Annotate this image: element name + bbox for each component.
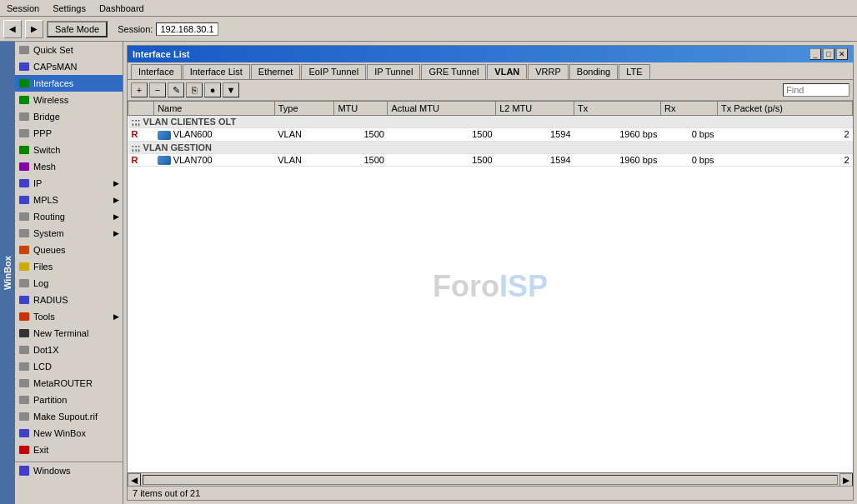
sidebar-item-queues[interactable]: Queues bbox=[15, 242, 123, 258]
tab-interface-list[interactable]: Interface List bbox=[183, 64, 250, 79]
sidebar-label-ppp: PPP bbox=[33, 128, 52, 138]
disable-button[interactable]: ● bbox=[204, 82, 221, 97]
sidebar-item-metarouter[interactable]: MetaROUTER bbox=[15, 375, 123, 392]
menu-bar: Session Settings Dashboard bbox=[0, 0, 857, 17]
col-header[interactable] bbox=[128, 102, 154, 116]
window-titlebar: Interface List _ □ ✕ bbox=[128, 46, 853, 62]
tab-bonding[interactable]: Bonding bbox=[569, 64, 618, 79]
sidebar-item-new-terminal[interactable]: New Terminal bbox=[15, 325, 123, 342]
tab-vrrp[interactable]: VRRP bbox=[528, 64, 569, 79]
vlan-icon bbox=[158, 156, 171, 165]
sidebar-item-ppp[interactable]: PPP bbox=[15, 125, 123, 142]
table-container: ForoISP NameTypeMTUActual MTUL2 MTUTxRxT… bbox=[128, 101, 853, 472]
sidebar-item-wireless[interactable]: Wireless bbox=[15, 92, 123, 108]
sidebar-item-quick-set[interactable]: Quick Set bbox=[15, 42, 123, 58]
back-button[interactable]: ◀ bbox=[3, 20, 22, 38]
tab-eoip-tunnel[interactable]: EoIP Tunnel bbox=[301, 64, 366, 79]
wireless-icon bbox=[18, 94, 30, 106]
tabs-bar: InterfaceInterface ListEthernetEoIP Tunn… bbox=[128, 62, 853, 80]
interface-list-window: Interface List _ □ ✕ InterfaceInterface … bbox=[127, 45, 854, 501]
scroll-right[interactable]: ► bbox=[839, 473, 853, 487]
sidebar-item-make-supout[interactable]: Make Supout.rif bbox=[15, 408, 123, 425]
tab-ethernet[interactable]: Ethernet bbox=[251, 64, 301, 79]
copy-button[interactable]: ⎘ bbox=[186, 82, 203, 97]
col-header[interactable]: Tx Packet (p/s) bbox=[718, 102, 853, 116]
sidebar-item-ip[interactable]: IP▶ bbox=[15, 175, 123, 192]
system-icon bbox=[18, 227, 30, 239]
sidebar-item-tools[interactable]: Tools▶ bbox=[15, 308, 123, 325]
capsMan-icon bbox=[18, 61, 30, 72]
col-header[interactable]: MTU bbox=[334, 102, 388, 116]
filter-button[interactable]: ▼ bbox=[223, 82, 239, 97]
status-text: 7 items out of 21 bbox=[133, 488, 200, 498]
hscroll-track[interactable] bbox=[143, 475, 838, 485]
col-header[interactable]: Name bbox=[154, 102, 275, 116]
window-minimize[interactable]: _ bbox=[809, 48, 821, 60]
col-header[interactable]: L2 MTU bbox=[496, 102, 574, 116]
sidebar-item-exit[interactable]: Exit bbox=[15, 442, 123, 458]
metarouter-icon bbox=[18, 377, 30, 389]
row-tx-packet: 2 bbox=[718, 128, 853, 142]
sidebar-item-routing[interactable]: Routing▶ bbox=[15, 208, 123, 225]
row-name: VLAN700 bbox=[154, 153, 275, 167]
tab-interface[interactable]: Interface bbox=[131, 64, 182, 79]
table-row[interactable]: RVLAN600VLAN1500150015941960 bps0 bps2 bbox=[128, 128, 853, 142]
row-tx-packet: 2 bbox=[718, 153, 853, 167]
sidebar-label-new-terminal: New Terminal bbox=[33, 328, 88, 338]
sidebar-label-interfaces: Interfaces bbox=[33, 78, 73, 88]
table-row[interactable]: RVLAN700VLAN1500150015941960 bps0 bps2 bbox=[128, 153, 853, 167]
sidebar-item-lcd[interactable]: LCD bbox=[15, 358, 123, 375]
menu-session[interactable]: Session bbox=[3, 2, 43, 14]
find-input[interactable] bbox=[783, 83, 849, 97]
sidebar-item-mpls[interactable]: MPLS▶ bbox=[15, 192, 123, 208]
sidebar-item-system[interactable]: System▶ bbox=[15, 225, 123, 242]
sidebar-item-interfaces[interactable]: Interfaces bbox=[15, 75, 123, 92]
switch-icon bbox=[18, 144, 30, 156]
tab-ip-tunnel[interactable]: IP Tunnel bbox=[367, 64, 420, 79]
content-area: Interface List _ □ ✕ InterfaceInterface … bbox=[123, 42, 857, 504]
tab-gre-tunnel[interactable]: GRE Tunnel bbox=[421, 64, 486, 79]
sidebar-item-bridge[interactable]: Bridge bbox=[15, 108, 123, 125]
sidebar-label-radius: RADIUS bbox=[33, 295, 68, 305]
sidebar-item-partition[interactable]: Partition bbox=[15, 392, 123, 408]
sidebar-item-windows[interactable]: Windows bbox=[15, 462, 123, 478]
col-header[interactable]: Rx bbox=[660, 102, 717, 116]
sidebar-label-mesh: Mesh bbox=[33, 162, 56, 172]
window-close[interactable]: ✕ bbox=[836, 48, 848, 60]
radius-icon bbox=[18, 294, 30, 306]
col-header[interactable]: Tx bbox=[574, 102, 661, 116]
remove-button[interactable]: − bbox=[149, 82, 166, 97]
windows-icon bbox=[18, 465, 30, 477]
menu-settings[interactable]: Settings bbox=[49, 2, 89, 14]
sidebar-item-files[interactable]: Files bbox=[15, 258, 123, 275]
table-toolbar: + − ✎ ⎘ ● ▼ bbox=[128, 80, 853, 101]
sidebar-item-capsman[interactable]: CAPsMAN bbox=[15, 58, 123, 75]
vlan-icon bbox=[158, 131, 171, 140]
dot1x-icon bbox=[18, 344, 30, 356]
routing-icon bbox=[18, 211, 30, 222]
window-maximize[interactable]: □ bbox=[823, 48, 834, 60]
sidebar-label-mpls: MPLS bbox=[33, 195, 58, 205]
sidebar-label-exit: Exit bbox=[33, 445, 48, 455]
menu-dashboard[interactable]: Dashboard bbox=[96, 2, 148, 14]
tab-lte[interactable]: LTE bbox=[619, 64, 649, 79]
sidebar-label-wireless: Wireless bbox=[33, 95, 68, 105]
sidebar-item-log[interactable]: Log bbox=[15, 275, 123, 292]
scroll-left[interactable]: ◄ bbox=[128, 473, 141, 487]
sidebar-label-log: Log bbox=[33, 278, 48, 288]
forward-button[interactable]: ▶ bbox=[25, 20, 43, 38]
sidebar-item-new-winbox[interactable]: New WinBox bbox=[15, 425, 123, 442]
partition-icon bbox=[18, 394, 30, 406]
add-button[interactable]: + bbox=[131, 82, 148, 97]
sidebar-label-dot1x: Dot1X bbox=[33, 345, 59, 355]
tab-vlan[interactable]: VLAN bbox=[487, 64, 527, 79]
sidebar-item-dot1x[interactable]: Dot1X bbox=[15, 342, 123, 358]
edit-button[interactable]: ✎ bbox=[168, 82, 184, 97]
sidebar-item-radius[interactable]: RADIUS bbox=[15, 292, 123, 308]
sidebar-item-switch[interactable]: Switch bbox=[15, 142, 123, 158]
sidebar-label-system: System bbox=[33, 228, 64, 238]
sidebar-item-mesh[interactable]: Mesh bbox=[15, 158, 123, 175]
col-header[interactable]: Actual MTU bbox=[388, 102, 496, 116]
safe-mode-button[interactable]: Safe Mode bbox=[47, 21, 108, 37]
col-header[interactable]: Type bbox=[274, 102, 334, 116]
